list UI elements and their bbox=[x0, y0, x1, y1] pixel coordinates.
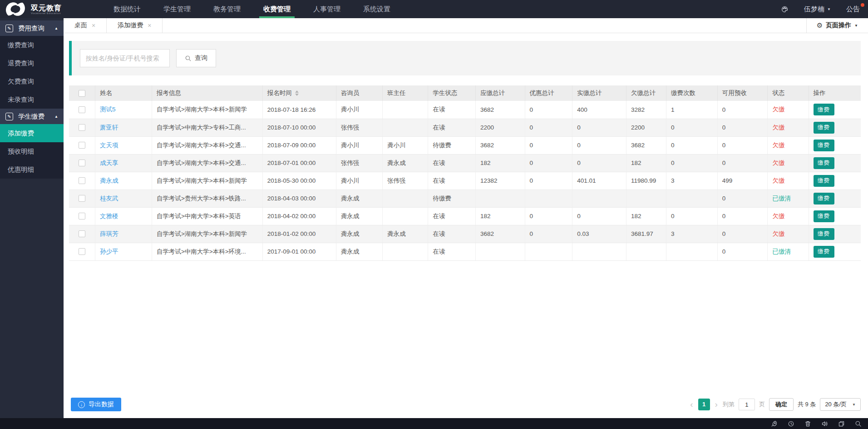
query-button[interactable]: 查询 bbox=[176, 49, 216, 67]
sidebar-item[interactable]: 欠费查询 bbox=[0, 72, 64, 90]
nav-item-0[interactable]: 数据统计 bbox=[102, 0, 152, 18]
goto-page-input[interactable] bbox=[739, 399, 755, 410]
cell-status: 在读 bbox=[428, 101, 476, 119]
row-checkbox-cell bbox=[69, 190, 95, 207]
sidebar-item[interactable]: 缴费查询 bbox=[0, 36, 64, 54]
student-name-link[interactable]: 龚永成 bbox=[100, 177, 118, 184]
export-button[interactable]: ↓ 导出数据 bbox=[71, 398, 121, 411]
table-body: 测试5自学考试>湖南大学>本科>新闻学2018-07-18 16:26龚小川在读… bbox=[69, 101, 861, 260]
cell-info: 自学考试>湖南大学>本科>交通... bbox=[152, 136, 262, 154]
nav-item-1[interactable]: 学生管理 bbox=[152, 0, 202, 18]
sidebar-item[interactable]: 退费查询 bbox=[0, 54, 64, 72]
sidebar-item[interactable]: 优惠明细 bbox=[0, 160, 64, 179]
sort-icon[interactable] bbox=[295, 90, 299, 96]
sidebar-section-header-1[interactable]: ✎学生缴费▲ bbox=[0, 109, 64, 124]
nav-item-3[interactable]: 收费管理 bbox=[252, 0, 302, 18]
sidebar-section-header-0[interactable]: ✎费用查询▲ bbox=[0, 20, 64, 36]
pay-button[interactable]: 缴费 bbox=[814, 175, 834, 187]
table-row: 文雅楼自学考试>中南大学>本科>英语2018-04-02 00:00龚永成在读1… bbox=[69, 207, 861, 225]
notice-link[interactable]: 公告 bbox=[846, 5, 860, 14]
column-header-label: 可用预收 bbox=[722, 90, 747, 96]
row-checkbox-cell bbox=[69, 243, 95, 260]
caret-down-icon bbox=[295, 94, 299, 96]
sidebar-item[interactable]: 未录查询 bbox=[0, 90, 64, 109]
student-name-link[interactable]: 孙少平 bbox=[100, 248, 118, 255]
sidebar-section-title: 学生缴费 bbox=[18, 112, 44, 121]
close-icon[interactable]: × bbox=[92, 22, 95, 29]
chevron-up-icon: ▲ bbox=[54, 26, 58, 30]
trash-icon[interactable] bbox=[804, 420, 811, 427]
cell-time: 2018-07-10 00:00 bbox=[262, 119, 336, 136]
pay-button[interactable]: 缴费 bbox=[814, 193, 834, 205]
cell-discount bbox=[525, 243, 572, 260]
cell-paid: 400 bbox=[572, 101, 626, 119]
cell-time: 2017-09-01 00:00 bbox=[262, 243, 336, 260]
user-menu[interactable]: 伍梦楠 ▼ bbox=[804, 5, 831, 14]
column-header-label: 报名时间 bbox=[267, 90, 292, 96]
student-name-link[interactable]: 成天享 bbox=[100, 160, 118, 166]
cell-advisor: 张伟强 bbox=[336, 154, 382, 172]
tab-add-payment[interactable]: 添加缴费 × bbox=[107, 18, 163, 33]
page-actions-button[interactable]: ⚙ 页面操作 ▼ bbox=[806, 18, 868, 33]
close-icon[interactable]: × bbox=[148, 22, 151, 29]
cell-advisor: 龚小川 bbox=[336, 172, 382, 190]
row-checkbox[interactable] bbox=[79, 160, 85, 166]
history-icon[interactable] bbox=[788, 420, 794, 427]
nav-item-4[interactable]: 人事管理 bbox=[302, 0, 352, 18]
student-name-link[interactable]: 文雅楼 bbox=[100, 213, 118, 219]
table-row: 龚永成自学考试>湖南大学>本科>新闻学2018-05-30 00:00龚小川张伟… bbox=[69, 172, 861, 190]
column-header[interactable]: 报名时间 bbox=[262, 85, 336, 101]
search-input[interactable] bbox=[80, 49, 170, 67]
volume-icon[interactable] bbox=[821, 420, 828, 427]
cell-teacher bbox=[383, 207, 428, 225]
window-icon[interactable] bbox=[838, 420, 845, 427]
tab-desktop[interactable]: 桌面 × bbox=[64, 18, 107, 33]
pay-button[interactable]: 缴费 bbox=[814, 122, 834, 134]
row-checkbox[interactable] bbox=[79, 142, 85, 149]
prev-page-icon[interactable]: ‹ bbox=[689, 399, 694, 410]
nav-item-2[interactable]: 教务管理 bbox=[202, 0, 252, 18]
brand-text: 双元教育 Vocational Education bbox=[31, 4, 62, 15]
chevron-down-icon: ▼ bbox=[852, 403, 856, 407]
pay-button[interactable]: 缴费 bbox=[814, 228, 834, 240]
sidebar-item[interactable]: 添加缴费 bbox=[0, 124, 64, 142]
row-checkbox[interactable] bbox=[79, 213, 85, 219]
cell-owed: 11980.99 bbox=[626, 172, 666, 190]
page-1-button[interactable]: 1 bbox=[698, 399, 710, 410]
confirm-page-button[interactable]: 确定 bbox=[769, 398, 794, 411]
student-name-link[interactable]: 薛琪芳 bbox=[100, 230, 118, 237]
cell-time: 2018-07-18 16:26 bbox=[262, 101, 336, 119]
student-name-link[interactable]: 桂友武 bbox=[100, 195, 118, 202]
chevron-up-icon: ▲ bbox=[54, 115, 58, 119]
page-actions-label: 页面操作 bbox=[826, 21, 851, 30]
cell-state: 欠缴 bbox=[768, 101, 809, 119]
cell-info: 自学考试>湖南大学>本科>新闻学 bbox=[152, 225, 262, 243]
theme-palette-icon[interactable] bbox=[781, 5, 789, 13]
pay-button[interactable]: 缴费 bbox=[814, 104, 834, 115]
pay-button[interactable]: 缴费 bbox=[814, 157, 834, 169]
pay-button[interactable]: 缴费 bbox=[814, 140, 834, 151]
student-name-link[interactable]: 萧亚轩 bbox=[100, 124, 118, 131]
sidebar-menu-group-1: 添加缴费预收明细优惠明细 bbox=[0, 124, 64, 179]
student-name-link[interactable]: 文天项 bbox=[100, 142, 118, 149]
pay-button[interactable]: 缴费 bbox=[814, 210, 834, 222]
cell-name: 文雅楼 bbox=[95, 207, 152, 225]
student-name-link[interactable]: 测试5 bbox=[100, 106, 116, 113]
page-unit-label: 页 bbox=[759, 400, 765, 409]
page-size-select[interactable]: 20 条/页 ▼ bbox=[820, 398, 861, 411]
nav-item-5[interactable]: 系统设置 bbox=[352, 0, 402, 18]
row-checkbox[interactable] bbox=[79, 177, 85, 184]
cell-state: 欠缴 bbox=[768, 207, 809, 225]
status-badge: 欠缴 bbox=[772, 106, 784, 113]
row-checkbox[interactable] bbox=[79, 124, 85, 131]
row-checkbox[interactable] bbox=[79, 195, 85, 202]
search-icon[interactable] bbox=[855, 420, 862, 427]
row-checkbox[interactable] bbox=[79, 106, 85, 113]
row-checkbox[interactable] bbox=[79, 248, 85, 255]
next-page-icon[interactable]: › bbox=[714, 399, 719, 410]
select-all-checkbox[interactable] bbox=[79, 90, 85, 97]
pay-button[interactable]: 缴费 bbox=[814, 246, 834, 258]
row-checkbox[interactable] bbox=[79, 230, 85, 237]
sidebar-item[interactable]: 预收明细 bbox=[0, 142, 64, 160]
rocket-icon[interactable] bbox=[771, 420, 778, 427]
